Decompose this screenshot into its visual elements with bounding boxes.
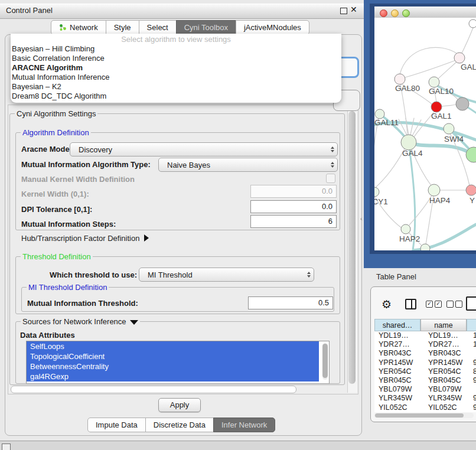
new-table-icon[interactable] [466,296,476,311]
close-panel-icon[interactable]: ✕ [350,5,357,14]
which-threshold-select[interactable]: MI Threshold [139,268,314,282]
apply-button[interactable]: Apply [158,398,201,412]
table-row[interactable]: YBL079WYBL079W [374,385,476,394]
algorithm-option[interactable]: Mutual Information Inference [11,73,341,82]
settings-hscrollbar-thumb[interactable] [11,386,296,393]
tab-network[interactable]: Network [51,20,106,35]
table-cell: YPR145W [425,358,471,367]
table-row[interactable]: YLR345WYLR345W9. [374,394,476,403]
table-cell: 9. [471,403,476,412]
table-row[interactable]: YPR145WYPR145W9. [374,358,476,367]
table-row[interactable]: YER054CYER054C8. [374,367,476,376]
network-node[interactable] [469,19,476,28]
algorithm-definition-title: Algorithm Definition [21,128,91,137]
table-row[interactable]: YDR27…YDR27…12 [374,340,476,349]
table-row[interactable]: YIL052CYIL052C9. [374,403,476,412]
kernel-width-field[interactable]: 0.0 [250,185,337,198]
network-canvas[interactable]: GALGAL80GAL10GAL1GAL11SWI4GAL4GCY1HAP4YH… [374,18,476,250]
data-attribute-item[interactable]: TopologicalCoefficient [27,351,319,361]
network-window-titlebar[interactable] [374,6,476,18]
table-row[interactable]: YBR045CYBR045C9. [374,376,476,385]
column-header-shared…[interactable]: shared… [374,319,420,331]
hub-definition-toggle[interactable]: Hub/Transcription Factor Definition [21,234,149,243]
tab-select[interactable]: Select [139,20,177,35]
select-all-checks-icon[interactable]: ✓✓ [426,301,442,308]
tab-cyni-toolbox[interactable]: Cyni Toolbox [176,20,236,35]
close-window-icon[interactable] [380,9,387,17]
float-panel-icon[interactable] [340,8,347,14]
expanded-arrow-icon[interactable] [130,320,138,325]
network-edge[interactable] [374,119,379,188]
network-node-hap2[interactable] [401,224,410,234]
bottom-tab-discretize-data[interactable]: Discretize Data [145,418,214,432]
restore-panel-icon[interactable] [2,444,11,450]
deselect-all-checks-icon[interactable] [446,301,462,308]
data-attribute-item[interactable]: gal4RGexp [27,371,319,381]
data-attribute-item[interactable]: SelfLoops [27,341,319,351]
network-node-gal4[interactable] [401,135,416,150]
algorithm-option[interactable]: ARACNE Algorithm [11,63,341,73]
table-cell: YDR27… [374,340,425,349]
table-header-row: shared…name [374,319,476,331]
network-edge[interactable] [460,28,473,57]
tab-style[interactable]: Style [106,20,139,35]
splitter-collapse-icon[interactable]: ‹ [360,215,363,222]
network-node-label: HAP4 [429,196,451,205]
network-node-gcy1[interactable] [374,187,379,197]
table-cell: 13 [471,331,476,340]
data-attribute-item[interactable]: BetweennessCentrality [27,361,319,371]
network-edge[interactable] [409,195,432,225]
gear-icon[interactable]: ⚙ [382,298,392,311]
network-node-gal1[interactable] [431,102,442,112]
list-scrollbar-thumb[interactable] [322,344,328,378]
network-edge[interactable] [400,47,458,74]
network-edge[interactable] [442,105,457,106]
settings-vscrollbar-thumb[interactable] [348,111,356,384]
minimize-window-icon[interactable] [391,9,399,17]
dpi-tolerance-field[interactable]: 0.0 [250,200,337,213]
table-cell: YDR27… [425,340,471,349]
network-node-gal11[interactable] [375,109,384,119]
network-edge[interactable] [410,118,414,135]
network-edge[interactable] [405,59,459,77]
manual-kernel-checkbox[interactable] [326,174,335,183]
algorithm-dropdown-placeholder: Select algorithm to view settings [11,35,341,44]
network-node[interactable] [456,97,469,110]
network-node-gal10[interactable] [429,77,439,87]
collapsed-arrow-icon[interactable] [144,234,149,242]
zoom-window-icon[interactable] [402,9,410,17]
table-hscrollbar[interactable] [374,413,474,418]
network-node-label: GAL80 [395,84,420,93]
aracne-mode-select[interactable]: Discovery [70,142,338,156]
network-node-y[interactable] [466,185,476,195]
columns-icon[interactable] [405,299,416,309]
network-node[interactable] [466,147,476,162]
data-attributes-list[interactable]: SelfLoopsTopologicalCoefficientBetweenne… [26,341,330,384]
column-header-extra[interactable] [467,319,476,331]
column-header-name[interactable]: name [420,319,467,331]
bottom-tab-impute-data[interactable]: Impute Data [87,418,146,432]
algorithm-option-list: Bayesian – Hill ClimbingBasic Correlatio… [11,44,341,101]
table-row[interactable]: YDL19…YDL19…13 [374,331,476,340]
algorithm-option[interactable]: Bayesian – K2 [11,82,341,92]
network-node-hap4[interactable] [428,184,440,196]
network-node-gal[interactable] [454,53,465,63]
table-row[interactable]: YBR043CYBR043C [374,349,476,358]
list-scrollbar[interactable] [322,343,328,380]
table-cell: YBR045C [425,376,471,385]
network-node-gal80[interactable] [395,74,405,84]
table-hscrollbar-thumb[interactable] [375,413,464,418]
mi-steps-field[interactable]: 6 [250,215,337,228]
algorithm-option[interactable]: Bayesian – Hill Climbing [11,44,341,54]
network-edge[interactable] [374,149,405,189]
network-node-label: GAL1 [431,112,452,120]
algorithm-option[interactable]: Basic Correlation Inference [11,54,341,63]
bottom-tab-infer-network[interactable]: Infer Network [213,418,275,432]
tab-jactivemnodules[interactable]: jActiveMNodules [236,20,309,35]
algorithm-option[interactable]: Dream8 DC_TDC Algorithm [11,92,341,101]
mi-type-select[interactable]: Naive Bayes [158,158,338,172]
network-node-swi4[interactable] [444,123,454,134]
mi-threshold-field[interactable]: 0.5 [248,296,333,309]
network-node[interactable] [420,244,430,250]
sources-title[interactable]: Sources for Network Inference [21,317,140,326]
